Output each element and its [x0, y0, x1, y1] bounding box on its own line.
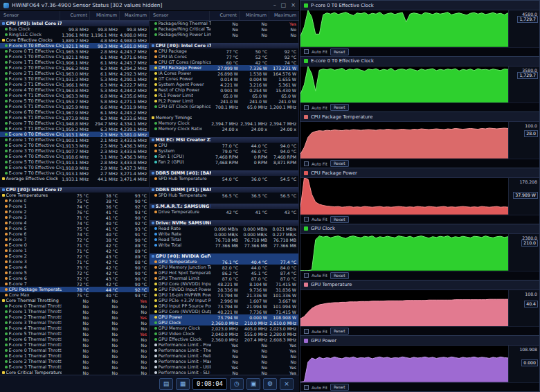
sensor-row[interactable]: P-core 6 Thermal ThrottlingNoNoNo	[0, 337, 149, 342]
sensor-row[interactable]: System79.0 °C46.0 °C94.0 °C	[150, 148, 298, 154]
sensor-row[interactable]: GPU Thermal Limit87.0 °C87.0 °C87.0 °C	[150, 276, 298, 281]
graph-plot[interactable]	[300, 290, 508, 327]
sensor-row[interactable]: E-core 5 T0 Effective Clock1,913.1 MHz2.…	[0, 159, 149, 165]
header-sensor[interactable]: Sensor	[0, 11, 60, 20]
graph-plot[interactable]	[300, 66, 508, 103]
sensor-row[interactable]: Fan 2 (GPU)7,468 RPM0 RPM8,871 RPM	[150, 159, 298, 165]
sensor-row[interactable]: Package/Ring Thermal ThrottlingNoNoYes	[150, 21, 298, 26]
sensor-row[interactable]: E-core 2 Thermal ThrottlingNoNoNo	[0, 359, 149, 364]
sensor-row[interactable]: Package/Ring Power Limit ExceededNoNoNo	[150, 32, 298, 37]
sensor-row[interactable]: P-core 7 T1 Effective Clock1,959.3 MHz6.…	[0, 126, 149, 132]
reset-button[interactable]: Reset	[330, 160, 349, 167]
sensor-row[interactable]: P-core 1 Thermal ThrottlingNoNoNo	[0, 309, 149, 314]
sensor-row[interactable]: IA Cores Power26.898 W1.538 W164.576 W	[150, 71, 298, 76]
sensor-row[interactable]: GPU Effective Clock2,360.0 MHz207.4 MHz2…	[150, 337, 298, 342]
sensor-row[interactable]: CPU Package77 °C50 °C92 °C	[150, 48, 298, 54]
report-button[interactable]: ▣	[246, 378, 260, 390]
sensor-group-row[interactable]: DDR5 DIMM [#0]: [BANK 0/Controller0-Chan…	[150, 170, 298, 176]
sensor-row[interactable]: Memory Timings	[150, 115, 298, 121]
sensor-group-row[interactable]: CPU [#0]: Intel Core i7-13700K	[0, 21, 149, 26]
close-button[interactable]: ×	[291, 3, 296, 8]
sensor-group-row[interactable]: CPU [#0]: Intel Core i7-13700K: Enhanced	[150, 43, 298, 48]
sensor-row[interactable]: P-core 174 °C36 °C92 °C	[0, 204, 149, 209]
sensor-row[interactable]: Fan 1 (CPU)7,468 RPM0 RPM7,468 RPM	[150, 154, 298, 159]
sensor-row[interactable]: Performance Limit - UtilizationYesNoYes	[150, 364, 298, 370]
sensor-row[interactable]: E-core 3 Thermal ThrottlingNoNoNo	[0, 364, 149, 370]
sensor-row[interactable]: Performance Limit - PowerYesNoYes	[150, 342, 298, 348]
sensor-row[interactable]: GPU Memory Clock2,023.0 MHz405.0 MHz2,02…	[150, 326, 298, 331]
graph-title-bar[interactable]: GPU Temperature	[300, 280, 539, 290]
sensor-row[interactable]: GPU FBVDD Input Power28.336 W9.736 W31.8…	[150, 287, 298, 292]
sensor-row[interactable]: Core Temperatures75 °C38 °C93 °C	[0, 193, 149, 198]
sensor-group-row[interactable]: Drive: NVMe SAMSUNG MZVL21T0HCLR-00BL7	[150, 220, 298, 226]
sensor-group-row[interactable]: DDR5 DIMM [#1]: [BANK 1/Controller1-Chan…	[150, 187, 298, 193]
sensor-group-row[interactable]: S.M.A.R.T.: SAMSUNG MZVL21T0HCLR-00BL7	[150, 204, 298, 209]
graph-plot[interactable]	[300, 10, 508, 47]
sensor-row[interactable]: CPU IA Cores77 °C52 °C92 °C	[150, 54, 298, 60]
graph-title-bar[interactable]: GPU Power	[300, 336, 539, 346]
sensor-row[interactable]: GPU 16-pin HVPWR Power73.794 W21.336 W10…	[150, 292, 298, 298]
sensor-row[interactable]: CPU GT Clock (Graphics)708.1 MHz65.0 MHz…	[150, 104, 298, 109]
sensor-row[interactable]: PL1 Power Limit65.0 W65.0 W65.0 W	[150, 93, 298, 98]
reset-button[interactable]: Reset	[330, 216, 349, 223]
autofit-checkbox[interactable]	[304, 273, 309, 278]
sensor-row[interactable]: P-core 2 T0 Effective Clock1,966.3 MHz6.…	[0, 65, 149, 71]
autofit-checkbox[interactable]	[304, 385, 309, 390]
sensor-row[interactable]: P-core 575 °C41 °C93 °C	[0, 226, 149, 231]
sensor-row[interactable]: Bus Clock99.8 MHz99.8 MHz99.8 MHz	[0, 26, 149, 32]
sensor-row[interactable]: Core Effective Clocks1,889.7 MHz4.8 MHz4…	[0, 37, 149, 43]
sensor-row[interactable]: P-core 772 °C38 °C90 °C	[0, 237, 149, 242]
sensor-row[interactable]: Average Effective Clock1,933.1 MHz44.1 M…	[0, 176, 149, 181]
autofit-checkbox[interactable]	[304, 161, 309, 166]
sensor-row[interactable]: Drive Temperature42 °C41 °C43 °C	[150, 209, 298, 215]
sensor-row[interactable]: GPU Core (NVVDD) Output Power48.221 W7.7…	[150, 309, 298, 314]
graph-title-bar[interactable]: CPU Package Power	[300, 168, 539, 178]
minimize-button[interactable]: –	[273, 3, 276, 8]
settings-button[interactable]: ⚙	[263, 378, 277, 390]
sensor-row[interactable]: E-core 572 °C42 °C90 °C	[0, 270, 149, 276]
sensor-row[interactable]: P-core 4 Thermal ThrottlingNoNoNo	[0, 326, 149, 331]
sensor-row[interactable]: System Agent Power4.221 W3.216 W5.361 W	[150, 82, 298, 87]
sensor-row[interactable]: SPD Hub Temperature54.0 °C36.0 °C54.5 °C	[150, 176, 298, 181]
sensor-row[interactable]: Core Thermal ThrottlingNoNoYes	[0, 298, 149, 303]
sensor-row[interactable]: Performance Limit - Max Operating Voltag…	[150, 359, 298, 364]
header-minimum[interactable]: Minimum	[90, 11, 120, 20]
graph-button[interactable]: ▤	[159, 378, 173, 390]
sensor-row[interactable]: E-core 0 Thermal ThrottlingNoNoNo	[0, 348, 149, 353]
reset-button[interactable]: Reset	[330, 272, 349, 279]
sensor-row[interactable]: P-core 4 T1 Effective Clock1,963.3 MHz6.…	[0, 93, 149, 98]
reset-button[interactable]: Reset	[330, 384, 349, 391]
header-sensor[interactable]: Sensor	[150, 11, 210, 20]
graph-title-bar[interactable]: E-core 0 T0 Effective Clock	[300, 57, 539, 66]
sensor-row[interactable]: Ring/LLC Clock1,396.1 MHz1,196.1 MHz4,98…	[0, 32, 149, 37]
sensor-row[interactable]: P-core 4 T0 Effective Clock1,963.8 MHz5.…	[0, 87, 149, 93]
panels-button[interactable]: ▦	[176, 378, 190, 390]
graph-plot[interactable]	[300, 178, 508, 215]
sensor-row[interactable]: Package/Ring Critical TemperatureNoNoNo	[150, 26, 298, 32]
sensor-row[interactable]: P-core 3 T1 Effective Clock1,966.1 MHz6.…	[0, 82, 149, 87]
sensor-row[interactable]: E-core 7 T0 Effective Clock1,913.1 MHz2.…	[0, 170, 149, 176]
sensor-row[interactable]: E-core 071 °C42 °C89 °C	[0, 242, 149, 248]
graph-plot[interactable]	[300, 346, 508, 382]
sensor-group-row[interactable]: CPU [#0]: Intel Core i7-13700K: DTS	[0, 187, 149, 193]
sensor-row[interactable]: GPU Memory Junction Temperature82.0 °C44…	[150, 265, 298, 270]
sensor-row[interactable]: P-core 7 T0 Effective Clock1,948.8 MHz29…	[0, 121, 149, 126]
sensor-row[interactable]: P-core 371 °C41 °C90 °C	[0, 215, 149, 220]
sensor-row[interactable]: GPU Temperature76.1 °C40.4 °C77.4 °C	[150, 259, 298, 265]
graph-title-bar[interactable]: P-core 0 T0 Effective Clock	[300, 1, 539, 10]
sensor-row[interactable]: E-core 1 Thermal ThrottlingNoNoNo	[0, 353, 149, 359]
reset-button[interactable]: Reset	[330, 104, 349, 111]
sensor-row[interactable]: P-core 2 T1 Effective Clock1,963.0 MHz6.…	[0, 71, 149, 76]
sensor-row[interactable]: Read Rate0.090 MB/s0.000 MB/s8.021 MB/s	[150, 226, 298, 231]
sensor-row[interactable]: E-core 3 T0 Effective Clock1,907.7 MHz2.…	[0, 148, 149, 154]
sensor-row[interactable]: P-core 7 Thermal ThrottlingNoNoNo	[0, 342, 149, 348]
reset-button[interactable]: Reset	[330, 328, 349, 335]
autofit-checkbox[interactable]	[304, 329, 309, 334]
sensor-row[interactable]: E-core 4 T0 Effective Clock1,918.6 MHz3.…	[0, 154, 149, 159]
close-button[interactable]: ×	[280, 378, 294, 390]
sensor-row[interactable]: CPU GT Cores (Graphics)60 °C42 °C74 °C	[150, 60, 298, 65]
sensor-row[interactable]: E-core 1 T0 Effective Clock1,903.1 MHz2.…	[0, 137, 149, 143]
reset-button[interactable]: Reset	[330, 48, 349, 55]
sensor-row[interactable]: P-core 5 Thermal ThrottlingNoNoYes	[0, 331, 149, 337]
sensor-row[interactable]: P-core 5 T0 Effective Clock1,953.7 MHz5.…	[0, 98, 149, 104]
